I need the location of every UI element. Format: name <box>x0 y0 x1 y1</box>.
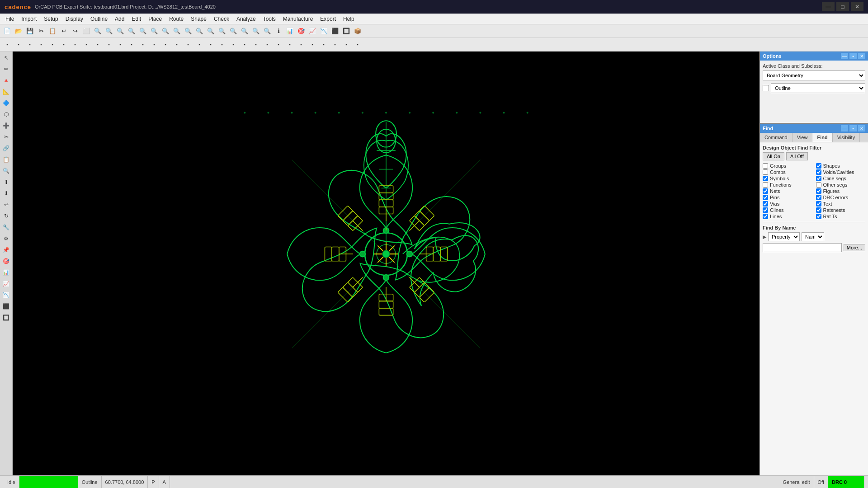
toolbar2-btn-15[interactable]: ▪ <box>171 39 182 50</box>
toolbar2-btn-1[interactable]: ▪ <box>13 39 24 50</box>
tab-visibility[interactable]: Visibility <box>833 133 860 142</box>
toolbar1-btn-26[interactable]: 🎯 <box>296 26 307 37</box>
left-tool-20[interactable]: 📈 <box>1 278 12 289</box>
toolbar2-btn-17[interactable]: ▪ <box>194 39 205 50</box>
find-float-btn[interactable]: ▪ <box>849 125 857 131</box>
checkbox-ratsnests[interactable] <box>816 207 821 213</box>
checkbox-figures[interactable] <box>816 188 821 194</box>
toolbar1-btn-12[interactable]: 🔍 <box>137 26 148 37</box>
left-tool-8[interactable]: 🔗 <box>1 143 12 154</box>
left-tool-15[interactable]: 🔧 <box>1 222 12 233</box>
toolbar1-btn-5[interactable]: ↩ <box>58 26 69 37</box>
menu-item-outline[interactable]: Outline <box>87 15 111 23</box>
options-minimize-btn[interactable]: — <box>841 53 848 59</box>
toolbar2-btn-11[interactable]: ▪ <box>126 39 137 50</box>
checkbox-text[interactable] <box>816 201 821 206</box>
toolbar2-btn-0[interactable]: ▪ <box>2 39 13 50</box>
toolbar1-btn-2[interactable]: 💾 <box>24 26 35 37</box>
toolbar1-btn-16[interactable]: 🔍 <box>183 26 193 37</box>
toolbar1-btn-7[interactable]: ⬜ <box>81 26 92 37</box>
left-tool-17[interactable]: 📌 <box>1 244 12 255</box>
toolbar1-btn-14[interactable]: 🔍 <box>160 26 171 37</box>
left-tool-0[interactable]: ↖ <box>1 52 12 63</box>
left-tool-23[interactable]: 🔲 <box>1 312 12 323</box>
checkbox-vias[interactable] <box>763 201 768 206</box>
menu-item-shape[interactable]: Shape <box>187 15 210 23</box>
all-off-button[interactable]: All Off <box>786 152 808 160</box>
toolbar1-btn-19[interactable]: 🔍 <box>217 26 227 37</box>
checkbox-voids[interactable] <box>816 169 821 175</box>
all-on-button[interactable]: All On <box>763 152 784 160</box>
toolbar1-btn-10[interactable]: 🔍 <box>115 26 126 37</box>
checkbox-functions[interactable] <box>763 182 768 188</box>
left-tool-18[interactable]: 🎯 <box>1 256 12 267</box>
toolbar2-btn-21[interactable]: ▪ <box>239 39 250 50</box>
toolbar1-btn-27[interactable]: 📈 <box>307 26 318 37</box>
menu-item-file[interactable]: File <box>2 15 18 23</box>
menu-item-import[interactable]: Import <box>18 15 40 23</box>
left-tool-13[interactable]: ↩ <box>1 199 12 210</box>
toolbar2-btn-16[interactable]: ▪ <box>183 39 193 50</box>
toolbar1-btn-21[interactable]: 🔍 <box>239 26 250 37</box>
checkbox-cline-segs[interactable] <box>816 176 821 181</box>
toolbar1-btn-25[interactable]: 📊 <box>284 26 295 37</box>
toolbar1-btn-4[interactable]: 📋 <box>47 26 58 37</box>
left-tool-9[interactable]: 📋 <box>1 154 12 165</box>
toolbar2-btn-5[interactable]: ▪ <box>58 39 69 50</box>
menu-item-edit[interactable]: Edit <box>128 15 145 23</box>
left-tool-6[interactable]: ➕ <box>1 120 12 131</box>
menu-item-check[interactable]: Check <box>210 15 233 23</box>
toolbar2-btn-2[interactable]: ▪ <box>24 39 35 50</box>
toolbar1-btn-11[interactable]: 🔍 <box>126 26 137 37</box>
menu-item-help[interactable]: Help <box>340 15 358 23</box>
options-float-btn[interactable]: ▪ <box>849 53 857 59</box>
toolbar1-btn-1[interactable]: 📂 <box>13 26 24 37</box>
menu-item-setup[interactable]: Setup <box>40 15 61 23</box>
find-search-input[interactable] <box>763 243 842 252</box>
left-tool-11[interactable]: ⬆ <box>1 177 12 188</box>
name-dropdown[interactable]: Nam <box>802 232 824 241</box>
menu-item-place[interactable]: Place <box>145 15 165 23</box>
toolbar2-btn-28[interactable]: ▪ <box>318 39 329 50</box>
menu-item-tools[interactable]: Tools <box>259 15 279 23</box>
class-select[interactable]: Board Geometry <box>763 70 865 80</box>
toolbar1-btn-0[interactable]: 📄 <box>2 26 13 37</box>
toolbar2-btn-13[interactable]: ▪ <box>149 39 160 50</box>
options-close-btn[interactable]: ✕ <box>858 53 865 59</box>
checkbox-pins[interactable] <box>763 195 768 200</box>
menu-item-add[interactable]: Add <box>111 15 128 23</box>
left-tool-1[interactable]: ✏ <box>1 64 12 75</box>
left-tool-16[interactable]: ⚙ <box>1 233 12 244</box>
tab-view[interactable]: View <box>793 133 813 142</box>
toolbar2-btn-29[interactable]: ▪ <box>330 39 340 50</box>
toolbar2-btn-30[interactable]: ▪ <box>341 39 352 50</box>
toolbar1-btn-8[interactable]: 🔍 <box>92 26 103 37</box>
close-button[interactable]: ✕ <box>851 2 863 11</box>
toolbar1-btn-6[interactable]: ↪ <box>70 26 80 37</box>
checkbox-groups[interactable] <box>763 163 768 169</box>
toolbar2-btn-20[interactable]: ▪ <box>228 39 239 50</box>
toolbar1-btn-3[interactable]: ✂ <box>36 26 47 37</box>
toolbar1-btn-29[interactable]: ⬛ <box>330 26 340 37</box>
toolbar1-btn-23[interactable]: 🔍 <box>262 26 273 37</box>
left-tool-7[interactable]: ✂ <box>1 131 12 142</box>
left-tool-22[interactable]: ⬛ <box>1 301 12 312</box>
toolbar1-btn-15[interactable]: 🔍 <box>171 26 182 37</box>
left-tool-21[interactable]: 📉 <box>1 290 12 300</box>
tab-find[interactable]: Find <box>812 133 832 142</box>
left-tool-4[interactable]: 🔷 <box>1 98 12 108</box>
checkbox-drc-errors[interactable] <box>816 195 821 200</box>
checkbox-other-segs[interactable] <box>816 182 821 188</box>
toolbar2-btn-8[interactable]: ▪ <box>92 39 103 50</box>
toolbar1-btn-18[interactable]: 🔍 <box>205 26 216 37</box>
find-close-btn[interactable]: ✕ <box>858 125 865 131</box>
left-tool-14[interactable]: ↻ <box>1 211 12 221</box>
toolbar1-btn-13[interactable]: 🔍 <box>149 26 160 37</box>
toolbar2-btn-12[interactable]: ▪ <box>137 39 148 50</box>
toolbar2-btn-9[interactable]: ▪ <box>104 39 114 50</box>
toolbar2-btn-22[interactable]: ▪ <box>250 39 261 50</box>
menu-item-analyze[interactable]: Analyze <box>233 15 259 23</box>
toolbar1-btn-24[interactable]: ℹ <box>273 26 284 37</box>
toolbar2-btn-19[interactable]: ▪ <box>217 39 227 50</box>
find-minimize-btn[interactable]: — <box>841 125 848 131</box>
